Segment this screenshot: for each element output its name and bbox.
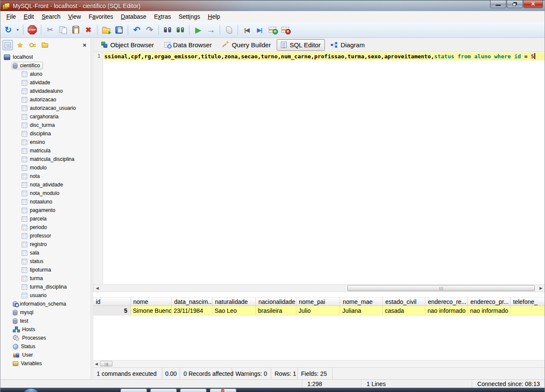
column-header-estado_civil[interactable]: estado_civil bbox=[383, 297, 425, 306]
tree-item-cargahoraria[interactable]: cargahoraria bbox=[0, 112, 91, 121]
column-header-naturalidade[interactable]: naturalidade bbox=[212, 297, 256, 306]
insert-record-button[interactable] bbox=[266, 24, 278, 36]
tree-item-cientifico[interactable]: cientifico bbox=[0, 61, 91, 70]
tree-item-disciplina[interactable]: disciplina bbox=[0, 129, 91, 138]
tree-item-nota[interactable]: nota bbox=[0, 172, 91, 180]
tree-item-atividade[interactable]: atividade bbox=[0, 78, 91, 87]
tree-item-information_schema[interactable]: information_schema bbox=[0, 300, 91, 308]
sql-current-line[interactable]: ssional,cpf,rg,orgao_emissor,titulo,zona… bbox=[103, 52, 545, 60]
run-button[interactable]: ▶ bbox=[192, 24, 204, 36]
tab-query-builder[interactable]: Query Builder bbox=[218, 39, 275, 51]
cell-id[interactable]: 5 bbox=[93, 306, 131, 315]
menu-favorites[interactable]: Favorites bbox=[85, 12, 117, 21]
taskbar-button[interactable] bbox=[150, 389, 177, 392]
menu-database[interactable]: Database bbox=[117, 12, 150, 21]
tree-item-autorizacao[interactable]: autorizacao bbox=[0, 95, 91, 104]
delete-record-button[interactable] bbox=[279, 24, 291, 36]
start-orb-icon[interactable] bbox=[23, 388, 39, 392]
tree-item-status[interactable]: Status bbox=[0, 342, 91, 351]
undo-button[interactable]: ↶ bbox=[131, 24, 143, 36]
delete-button[interactable]: ✖ bbox=[82, 24, 95, 36]
tree-item-test[interactable]: test bbox=[0, 317, 91, 325]
menu-file[interactable]: File bbox=[3, 12, 20, 21]
tree-item-mysql[interactable]: mysql bbox=[0, 308, 91, 317]
scroll-right-arrow[interactable]: ▶ bbox=[537, 285, 545, 292]
grid-scroll-left-arrow[interactable]: ◀ bbox=[93, 361, 100, 367]
sql-editor[interactable]: 1 ssional,cpf,rg,orgao_emissor,titulo,zo… bbox=[93, 52, 545, 284]
export-button[interactable] bbox=[40, 40, 50, 50]
column-header-id[interactable]: id bbox=[93, 297, 131, 306]
tree-item-ensino[interactable]: ensino bbox=[0, 138, 91, 146]
tree-item-hosts[interactable]: Hosts bbox=[0, 325, 91, 334]
keys-button[interactable] bbox=[27, 40, 37, 50]
minimize-button[interactable] bbox=[490, 0, 506, 8]
column-header-endereco_re[interactable]: endereco_re... bbox=[425, 297, 468, 306]
tree-item-usuario[interactable]: usuario bbox=[0, 291, 91, 300]
favorites-button[interactable]: ★ bbox=[15, 40, 25, 50]
scroll-left-arrow[interactable]: ◀ bbox=[94, 285, 101, 292]
cell-value[interactable]: nao informado bbox=[468, 306, 511, 315]
tree-item-user[interactable]: User bbox=[0, 351, 91, 359]
tree-item-sala[interactable]: sala bbox=[0, 249, 91, 257]
tab-data-browser[interactable]: Data Browser bbox=[160, 39, 216, 51]
cell-value[interactable]: casada bbox=[383, 306, 425, 315]
cell-value[interactable]: Juliana bbox=[340, 306, 383, 315]
cell-value[interactable]: Sao Leo bbox=[212, 306, 256, 315]
tree-item-modulo[interactable]: modulo bbox=[0, 163, 91, 172]
tree-item-turma[interactable]: turma bbox=[0, 274, 91, 283]
paste-button[interactable] bbox=[69, 24, 82, 36]
cell-value[interactable]: Simone Bueno bbox=[131, 306, 172, 315]
stop-button[interactable]: STOP bbox=[26, 24, 38, 36]
sidebar-close-button[interactable]: × bbox=[81, 41, 88, 49]
menu-settings[interactable]: Settings bbox=[175, 12, 204, 21]
menu-edit[interactable]: Edit bbox=[20, 12, 38, 21]
tree-item-parcela[interactable]: parcela bbox=[0, 215, 91, 223]
cell-value[interactable]: Julio bbox=[296, 306, 340, 315]
tree-item-matricula_disciplina[interactable]: matricula_disciplina bbox=[0, 155, 91, 163]
column-header-nome[interactable]: nome bbox=[131, 297, 172, 306]
cell-value[interactable]: 23/11/1984 bbox=[172, 306, 212, 315]
find-button[interactable] bbox=[161, 24, 174, 36]
column-header-data_nascim[interactable]: data_nascim... bbox=[172, 297, 212, 306]
tree-item-variables[interactable]: Variables bbox=[0, 359, 91, 368]
tree-item-processes[interactable]: Processes bbox=[0, 334, 91, 342]
save-button[interactable] bbox=[113, 24, 125, 36]
tree-item-nota_modulo[interactable]: nota_modulo bbox=[0, 189, 91, 197]
tree-item-tipoturma[interactable]: tipoturma bbox=[0, 266, 91, 274]
cell-value[interactable]: brasileira bbox=[256, 306, 296, 315]
restore-button[interactable] bbox=[507, 0, 523, 8]
grid-hscroll-thumb[interactable] bbox=[100, 361, 112, 366]
tab-diagram[interactable]: Diagram bbox=[327, 39, 369, 51]
tree-item-turma_disciplina[interactable]: turma_disciplina bbox=[0, 283, 91, 291]
open-button[interactable] bbox=[100, 24, 112, 36]
tree-item-notaaluno[interactable]: notaaluno bbox=[0, 197, 91, 206]
menu-search[interactable]: Search bbox=[38, 12, 64, 21]
tree-item-aluno[interactable]: aluno bbox=[0, 70, 91, 78]
cell-value[interactable]: nao informado bbox=[425, 306, 468, 315]
column-header-nome_mae[interactable]: nome_mae bbox=[340, 297, 383, 306]
first-record-button[interactable]: |◀ bbox=[241, 24, 253, 36]
replace-button[interactable] bbox=[174, 24, 186, 36]
cell-value[interactable] bbox=[511, 306, 545, 315]
close-button[interactable]: ✕ bbox=[523, 0, 543, 8]
refresh-button[interactable]: ↻ bbox=[2, 24, 14, 36]
tree-view-button[interactable] bbox=[3, 40, 13, 50]
menu-view[interactable]: View bbox=[64, 12, 85, 21]
tree-item-nota_atividade[interactable]: nota_atividade bbox=[0, 180, 91, 189]
tree-item-localhost[interactable]: localhost bbox=[0, 53, 91, 61]
editor-hscroll-thumb[interactable] bbox=[347, 285, 535, 291]
column-header-endereco_pr[interactable]: endereco_pr... bbox=[468, 297, 511, 306]
tree-item-matricula[interactable]: matricula bbox=[0, 146, 91, 155]
refresh-dropdown[interactable]: ▾ bbox=[15, 24, 20, 36]
tab-sql-editor[interactable]: SQL Editor bbox=[277, 39, 325, 51]
taskbar-button[interactable] bbox=[180, 389, 207, 392]
tree-item-autorizacao_usuario[interactable]: autorizacao_usuario bbox=[0, 104, 91, 112]
cut-button[interactable]: ✂ bbox=[44, 24, 56, 36]
tree-item-status[interactable]: status bbox=[0, 257, 91, 266]
column-header-nacionalidade[interactable]: nacionalidade bbox=[256, 297, 296, 306]
tree-item-disc_turma[interactable]: disc_turma bbox=[0, 121, 91, 129]
taskbar-button[interactable] bbox=[120, 389, 147, 392]
tree-item-pagamento[interactable]: pagamento bbox=[0, 206, 91, 215]
copy-button[interactable] bbox=[57, 24, 69, 36]
tree-item-atividadealuno[interactable]: atividadealuno bbox=[0, 87, 91, 95]
